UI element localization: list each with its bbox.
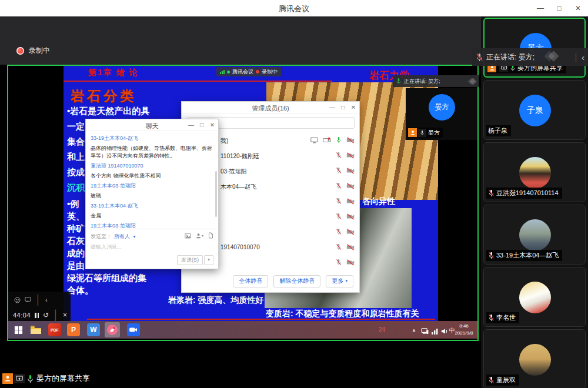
tencent-meeting-app-icon[interactable] [127,323,140,336]
shared-taskbar: PDF P W 24 ▲ [8,321,477,339]
participant-tile-zhaofei[interactable]: 33-19土木本04—赵飞 [483,205,586,265]
more-button[interactable]: 更多▾ [326,275,353,287]
camera-off-icon[interactable] [346,259,355,266]
volume-icon[interactable] [441,326,448,337]
mic-muted-icon[interactable] [336,198,342,205]
camera-off-icon[interactable] [346,213,355,220]
recorder-toolbar[interactable]: │ ‹ 44:04 ↺ │ × [8,292,71,322]
top-strip [0,16,481,65]
mic-muted-icon[interactable] [336,152,342,159]
camera-recording-icon[interactable] [323,137,331,143]
restart-icon[interactable]: ↺ [43,311,49,319]
mic-muted-icon[interactable] [336,213,342,220]
members-titlebar: 管理成员(16) — □ ✕ [182,102,359,113]
mic-muted-icon[interactable] [336,182,342,189]
camera-off-icon[interactable] [346,183,355,189]
tray-expand-icon[interactable]: ▲ [412,327,416,333]
slide-bottom-rule [87,319,435,320]
separator: │ [574,53,579,62]
mic-muted-icon[interactable] [336,259,342,266]
avatar-photo [519,219,551,251]
unmute-all-button[interactable]: 解除全体静音 [273,275,320,287]
close-button[interactable]: ✕ [208,121,217,129]
mic-icon [418,129,426,137]
mic-muted-icon[interactable] [336,243,342,250]
participant-tile-yangziquan[interactable]: 子泉 杨子泉 [483,80,586,140]
pink-app-icon[interactable] [106,323,119,336]
participant-tile-tongchenshuang[interactable]: 童辰双 [483,329,586,388]
camera-off-icon[interactable] [346,137,355,143]
pdf-app-icon[interactable]: PDF [48,323,61,336]
chat-message: 玻璃 [91,192,213,200]
send-to-label: 发送至： [91,233,112,240]
collapse-sidebar-icon[interactable]: ‹ [582,53,584,62]
file-icon[interactable] [208,232,213,239]
camera-off-icon[interactable] [346,152,355,159]
send-to-value[interactable]: 所有人 [114,233,130,240]
meeting-status-pill[interactable]: 腾讯会议 录制中 [216,67,281,76]
minimize-button[interactable]: — [328,103,337,112]
mic-muted-icon [488,252,495,259]
member-name: 191407010070 [220,244,260,250]
send-options-button[interactable]: ▾ [204,255,213,265]
tray-temperature[interactable]: 24 [379,326,385,333]
camera-off-icon[interactable] [346,244,355,250]
pill-app-name: 腾讯会议 [232,68,253,76]
screen-share-icon[interactable] [310,137,318,143]
camera-off-icon[interactable] [346,168,355,174]
mute-all-button[interactable]: 全体静音 [233,275,268,287]
slide-text-line: 绿泥石等所组成的集 [67,273,146,285]
minimize-button[interactable]: — [534,3,547,14]
chat-input[interactable]: 请输入消息... [91,243,122,251]
windows-start-icon[interactable] [12,323,25,336]
tray-time: 8:46 [459,323,469,329]
close-button[interactable]: ✕ [349,103,358,112]
close-button[interactable]: ✕ [572,3,584,14]
wps-presentation-icon[interactable]: P [67,323,80,336]
avatar-photo [519,344,551,376]
minimize-button[interactable]: — [186,121,196,129]
slide-chapter-title: 第1章 绪 论 [88,68,139,78]
chat-message-list[interactable]: 33-19土木本04-赵飞 晶体的物理性能（如硬度、导热系数、电阻率、折射率等）… [91,132,213,229]
chat-message: 33-19土木本04-赵飞 [91,202,213,210]
mic-icon [396,78,402,85]
camera-off-icon[interactable] [346,198,355,205]
image-icon[interactable] [185,233,191,239]
send-button[interactable]: 发送(S) [177,255,203,265]
network-signal-icon[interactable] [432,326,439,337]
stop-close-icon[interactable]: × [63,311,67,319]
chat-message: 金属 [91,212,213,220]
participant-tile-yanfang[interactable]: 晏方 晏方的屏幕共享 [483,18,586,78]
chat-message: 19土木本03-范瑞阳 [91,182,213,190]
shared-speaking-label: 正在讲话: 晏方; [404,78,440,85]
mention-member-icon[interactable]: ▾ [196,233,203,239]
chat-message: 19土木本03-范瑞阳 [91,222,213,229]
avatar-photo [519,282,551,313]
avatar-photo [519,157,551,189]
participant-tile-limingshi[interactable]: 李名世 [483,267,586,327]
camera-off-icon[interactable] [346,229,355,235]
maximize-button[interactable]: □ [338,103,348,112]
tray-date: 2021/9/8 [455,330,473,336]
device-icon[interactable] [421,326,429,337]
mic-muted-icon[interactable] [336,167,342,174]
host-badge-icon [2,373,13,384]
chat-scrollbar[interactable] [215,171,217,217]
tray-clock[interactable]: 8:46 2021/9/8 [452,323,476,337]
chat-bubble-icon[interactable] [25,297,31,303]
mic-muted-icon [488,189,495,197]
participant-name: 童辰双 [496,376,516,384]
emoji-icon[interactable] [14,297,21,303]
mic-on-icon[interactable] [336,136,342,143]
avatar: 子泉 [519,95,551,126]
collapse-icon[interactable]: ‹ [45,296,48,303]
share-owner-text: 晏方的屏幕共享 [36,373,90,384]
word-app-icon[interactable]: W [87,323,100,336]
avatar: 晏方 [429,94,455,121]
participant-tile-douhong[interactable]: 豆洪敥191407010114 [483,142,586,202]
maximize-button[interactable]: □ [197,121,206,129]
file-explorer-icon[interactable] [29,323,42,336]
maximize-button[interactable]: □ [553,3,566,14]
mic-muted-icon[interactable] [336,228,342,235]
pause-icon[interactable] [35,313,39,318]
